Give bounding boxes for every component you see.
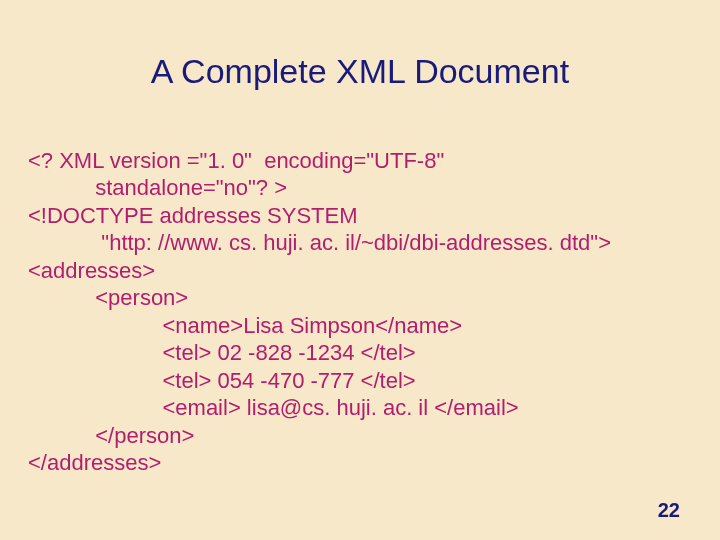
code-line: <name>Lisa Simpson</name>: [28, 313, 462, 338]
code-line: <tel> 02 -828 -1234 </tel>: [28, 340, 416, 365]
code-line: "http: //www. cs. huji. ac. il/~dbi/dbi-…: [28, 230, 611, 255]
xml-code-block: <? XML version ="1. 0" encoding="UTF-8" …: [28, 119, 720, 477]
code-line: <!DOCTYPE addresses SYSTEM: [28, 203, 358, 228]
code-line: <person>: [28, 285, 188, 310]
code-line: </person>: [28, 423, 194, 448]
code-line: <tel> 054 -470 -777 </tel>: [28, 368, 416, 393]
slide: A Complete XML Document <? XML version =…: [0, 0, 720, 540]
slide-title: A Complete XML Document: [0, 0, 720, 119]
code-line: standalone="no"? >: [28, 175, 287, 200]
page-number: 22: [658, 499, 680, 522]
code-line: </addresses>: [28, 450, 161, 475]
code-line: <? XML version ="1. 0" encoding="UTF-8": [28, 148, 444, 173]
code-line: <email> lisa@cs. huji. ac. il </email>: [28, 395, 519, 420]
code-line: <addresses>: [28, 258, 155, 283]
